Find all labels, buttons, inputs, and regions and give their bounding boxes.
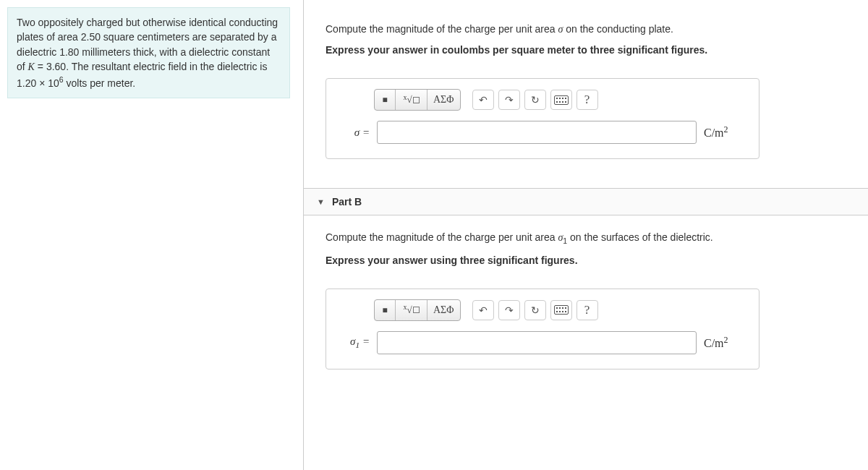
answer-area: Compute the magnitude of the charge per … (304, 0, 868, 470)
undo-button[interactable]: ↶ (472, 90, 494, 110)
part-a-answer-input[interactable] (377, 121, 697, 144)
part-b-header[interactable]: ▼ Part B (304, 188, 868, 215)
part-b-unit: C/m2 (704, 335, 747, 350)
part-b-answer-box: ■ x√ ΑΣΦ ↶ ↷ ↻ ? σ1 = C/m2 (326, 289, 760, 369)
undo-button[interactable]: ↶ (472, 300, 494, 320)
math-symbols-button[interactable]: x√ (395, 90, 427, 110)
template-button[interactable]: ■ (375, 300, 395, 320)
part-a-answer-box: ■ x√ ΑΣΦ ↶ ↷ ↻ ? σ = C/m2 (326, 78, 760, 159)
reset-button[interactable]: ↻ (524, 300, 546, 320)
math-symbols-button[interactable]: x√ (395, 300, 427, 320)
part-a-instruction: Express your answer in coulombs per squa… (326, 43, 854, 58)
part-a-prompt: Compute the magnitude of the charge per … (326, 22, 854, 37)
part-b-instruction: Express your answer using three signific… (326, 253, 854, 268)
keyboard-button[interactable] (550, 90, 572, 110)
part-b-variable-label: σ1 = (338, 336, 370, 349)
help-button[interactable]: ? (576, 90, 598, 110)
part-b-prompt: Compute the magnitude of the charge per … (326, 230, 854, 247)
redo-button[interactable]: ↷ (498, 300, 520, 320)
equation-toolbar: ■ x√ ΑΣΦ ↶ ↷ ↻ ? (374, 89, 747, 111)
reset-button[interactable]: ↻ (524, 90, 546, 110)
part-b-answer-input[interactable] (377, 331, 697, 354)
part-a-unit: C/m2 (704, 124, 747, 140)
keyboard-icon (554, 95, 569, 105)
part-a-variable-label: σ = (338, 127, 370, 139)
greek-letters-button[interactable]: ΑΣΦ (427, 300, 460, 320)
problem-statement: Two oppositely charged but otherwise ide… (7, 7, 290, 98)
greek-letters-button[interactable]: ΑΣΦ (427, 90, 460, 110)
part-b: Compute the magnitude of the charge per … (326, 230, 854, 369)
keyboard-icon (554, 305, 569, 315)
part-a: Compute the magnitude of the charge per … (326, 22, 854, 159)
equation-toolbar: ■ x√ ΑΣΦ ↶ ↷ ↻ ? (374, 299, 747, 321)
template-button[interactable]: ■ (375, 90, 395, 110)
part-b-title: Part B (332, 196, 362, 208)
problem-sidebar: Two oppositely charged but otherwise ide… (0, 0, 304, 470)
keyboard-button[interactable] (550, 300, 572, 320)
help-button[interactable]: ? (576, 300, 598, 320)
redo-button[interactable]: ↷ (498, 90, 520, 110)
chevron-down-icon: ▼ (317, 197, 325, 206)
